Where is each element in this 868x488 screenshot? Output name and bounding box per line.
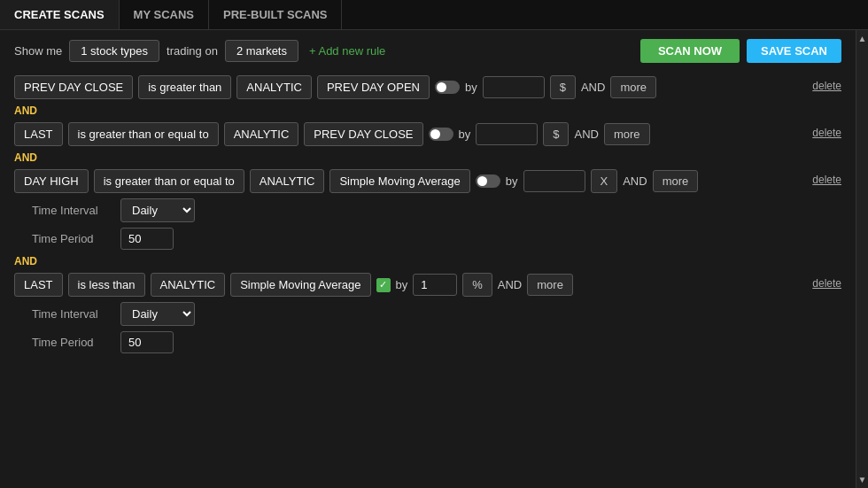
rule-block-4: LAST is less than ANALYTIC Simple Moving… <box>14 273 841 353</box>
rule2-unit: $ <box>543 122 569 146</box>
scroll-up-arrow[interactable]: ▲ <box>856 32 868 45</box>
rule4-time-interval-row: Time Interval Daily Weekly Monthly <box>14 302 788 326</box>
scrollbar[interactable]: ▲ ▼ <box>856 30 868 488</box>
rule4-delete[interactable]: delete <box>812 277 841 290</box>
rule3-more-button[interactable]: more <box>653 170 699 192</box>
rule3-time-period-input[interactable] <box>120 228 174 250</box>
rule1-input[interactable] <box>483 76 545 98</box>
rule3-time-period-row: Time Period <box>14 228 788 250</box>
rule1-delete[interactable]: delete <box>812 80 841 92</box>
rule2-subject[interactable]: LAST <box>14 122 63 146</box>
rule3-by-label: by <box>506 174 518 188</box>
rule4-and-label: AND <box>498 278 522 291</box>
rule3-time-interval-label: Time Interval <box>32 204 112 217</box>
trading-on-label: trading on <box>167 44 218 58</box>
rule2-by-label: by <box>459 128 471 141</box>
and-connector-1: AND <box>14 105 841 117</box>
rule1-unit: $ <box>550 75 576 99</box>
rule1-operator[interactable]: is greater than <box>138 75 231 99</box>
rule1-by-label: by <box>465 81 477 94</box>
rule3-time-interval-row: Time Interval Daily Weekly Monthly <box>14 198 788 222</box>
rule-block-3: DAY HIGH is greater than or equal to ANA… <box>14 169 841 250</box>
rule3-toggle[interactable] <box>476 174 500 188</box>
rule4-time-period-label: Time Period <box>32 336 112 349</box>
rule4-operator[interactable]: is less than <box>68 273 145 297</box>
rule3-type[interactable]: ANALYTIC <box>250 169 325 193</box>
rule4-subject[interactable]: LAST <box>14 273 63 297</box>
rule1-toggle[interactable] <box>435 81 460 94</box>
rule3-and-label: AND <box>623 174 647 188</box>
show-me-label: Show me <box>14 44 62 58</box>
rule1-subject[interactable]: PREV DAY CLOSE <box>14 75 133 99</box>
rule-block-2: LAST is greater than or equal to ANALYTI… <box>14 122 841 146</box>
rule4-time-interval-select[interactable]: Daily Weekly Monthly <box>120 302 195 326</box>
tab-pre-built-scans[interactable]: PRE-BUILT SCANS <box>209 0 342 29</box>
rule1-value[interactable]: PREV DAY OPEN <box>317 75 430 99</box>
rule3-value[interactable]: Simple Moving Average <box>329 169 469 193</box>
tab-create-scans[interactable]: CREATE SCANS <box>0 0 120 29</box>
add-rule-link[interactable]: + Add new rule <box>309 44 385 58</box>
rule-block-1: PREV DAY CLOSE is greater than ANALYTIC … <box>14 75 841 99</box>
rule4-more-button[interactable]: more <box>527 274 573 296</box>
rule-row-4: LAST is less than ANALYTIC Simple Moving… <box>14 273 788 297</box>
rule3-settings: Time Interval Daily Weekly Monthly Time … <box>14 198 788 250</box>
rule1-more-button[interactable]: more <box>610 76 656 98</box>
and-connector-2: AND <box>14 151 841 164</box>
rule3-unit: X <box>591 169 618 193</box>
rule3-delete[interactable]: delete <box>812 174 841 186</box>
scroll-down-arrow[interactable]: ▼ <box>856 473 868 486</box>
tab-my-scans[interactable]: MY SCANS <box>120 0 209 29</box>
rule4-time-period-input[interactable] <box>120 331 174 353</box>
rule2-type[interactable]: ANALYTIC <box>224 122 299 146</box>
rule4-by-label: by <box>396 278 408 291</box>
rule3-subject[interactable]: DAY HIGH <box>14 169 89 193</box>
rule3-time-period-label: Time Period <box>32 232 112 245</box>
rule2-input[interactable] <box>476 123 538 145</box>
rule3-operator[interactable]: is greater than or equal to <box>94 169 244 193</box>
rule4-input[interactable] <box>413 274 457 296</box>
rule-row-1: PREV DAY CLOSE is greater than ANALYTIC … <box>14 75 788 99</box>
rule4-value[interactable]: Simple Moving Average <box>230 273 370 297</box>
scan-now-button[interactable]: SCAN NOW <box>640 39 740 63</box>
rule4-type[interactable]: ANALYTIC <box>151 273 226 297</box>
rule4-unit: % <box>462 273 492 297</box>
rule1-type[interactable]: ANALYTIC <box>236 75 312 99</box>
rule2-toggle[interactable] <box>429 128 453 141</box>
rule3-input[interactable] <box>523 170 585 192</box>
stock-types-button[interactable]: 1 stock types <box>69 40 159 62</box>
and-connector-3: AND <box>14 255 841 267</box>
rule2-and-label: AND <box>574 128 598 141</box>
rule-row-2: LAST is greater than or equal to ANALYTI… <box>14 122 788 146</box>
rule4-time-period-row: Time Period <box>14 331 788 353</box>
rule2-delete[interactable]: delete <box>812 127 841 139</box>
rule2-value[interactable]: PREV DAY CLOSE <box>304 122 422 146</box>
show-me-bar: Show me 1 stock types trading on 2 marke… <box>14 39 841 63</box>
content-area: Show me 1 stock types trading on 2 marke… <box>0 30 868 488</box>
rule4-settings: Time Interval Daily Weekly Monthly Time … <box>14 302 788 353</box>
rule4-checkbox[interactable]: ✓ <box>376 278 391 292</box>
markets-button[interactable]: 2 markets <box>225 40 298 62</box>
main-panel: Show me 1 stock types trading on 2 marke… <box>0 30 856 488</box>
rule2-operator[interactable]: is greater than or equal to <box>68 122 219 146</box>
rule3-time-interval-select[interactable]: Daily Weekly Monthly <box>120 198 195 222</box>
rule-row-3: DAY HIGH is greater than or equal to ANA… <box>14 169 788 193</box>
rule1-and-label: AND <box>581 81 605 94</box>
rule2-more-button[interactable]: more <box>604 123 650 145</box>
top-nav: CREATE SCANS MY SCANS PRE-BUILT SCANS <box>0 0 868 30</box>
rule4-time-interval-label: Time Interval <box>32 307 112 321</box>
save-scan-button[interactable]: SAVE SCAN <box>747 39 841 63</box>
